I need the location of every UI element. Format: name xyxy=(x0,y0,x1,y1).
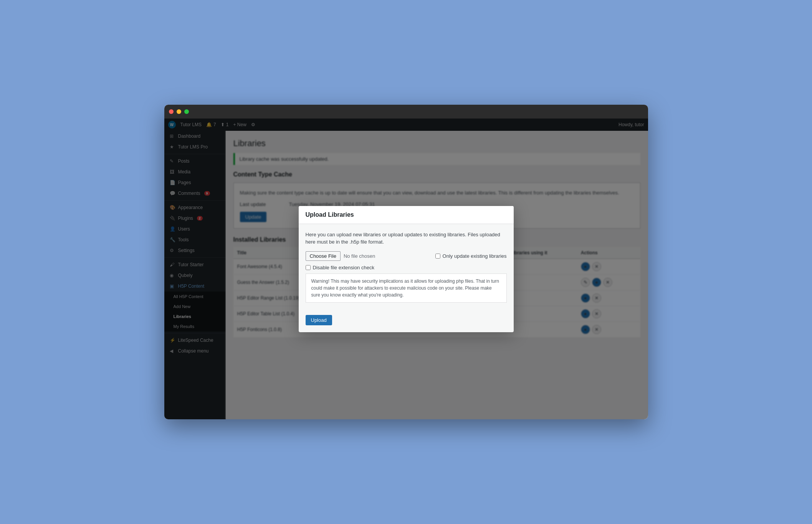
modal-overlay: Upload Libraries Here you can upload new… xyxy=(164,119,648,419)
modal-description: Here you can upload new libraries or upl… xyxy=(306,231,507,246)
warning-text: Warning! This may have security implicat… xyxy=(311,278,499,298)
upload-button[interactable]: Upload xyxy=(306,315,332,325)
warning-box: Warning! This may have security implicat… xyxy=(306,274,507,303)
file-input-row: Choose File No file chosen Only update e… xyxy=(306,251,507,261)
close-dot[interactable] xyxy=(169,109,174,114)
modal-title: Upload Libraries xyxy=(306,211,507,218)
modal-footer: Upload xyxy=(299,315,514,332)
choose-file-button[interactable]: Choose File xyxy=(306,251,341,261)
modal-body: Here you can upload new libraries or upl… xyxy=(299,224,514,315)
modal-header: Upload Libraries xyxy=(299,206,514,224)
browser-chrome xyxy=(164,105,648,119)
no-file-text: No file chosen xyxy=(344,253,375,259)
minimize-dot[interactable] xyxy=(177,109,181,114)
browser-window: W Tutor LMS 🔔 7 ⬆ 1 + New ⚙ Howdy, tutor… xyxy=(164,105,648,419)
disable-extension-checkbox[interactable] xyxy=(306,265,311,270)
disable-extension-row: Disable file extension check xyxy=(306,265,507,270)
only-update-row: Only update existing libraries xyxy=(435,253,507,259)
only-update-checkbox[interactable] xyxy=(435,254,440,259)
upload-libraries-modal: Upload Libraries Here you can upload new… xyxy=(299,206,514,332)
disable-extension-label: Disable file extension check xyxy=(313,265,374,270)
maximize-dot[interactable] xyxy=(184,109,189,114)
only-update-label: Only update existing libraries xyxy=(443,253,507,259)
